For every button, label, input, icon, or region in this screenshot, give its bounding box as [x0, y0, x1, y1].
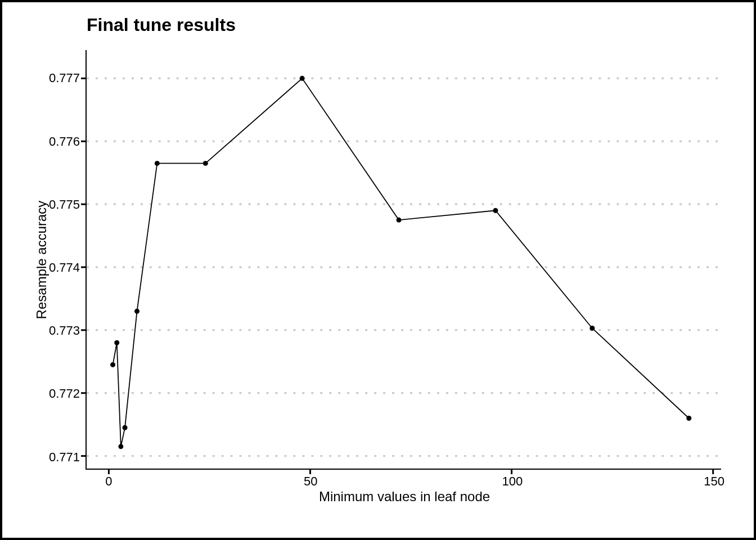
- y-tick-label: 0.775: [46, 197, 80, 212]
- y-tick-label: 0.772: [46, 386, 80, 401]
- data-point: [590, 326, 595, 331]
- data-point: [118, 444, 123, 449]
- y-tick-label: 0.773: [46, 323, 80, 338]
- data-point: [300, 76, 305, 81]
- data-point: [397, 218, 402, 223]
- grid-lines: [87, 78, 721, 456]
- x-tick-label: 100: [502, 474, 523, 489]
- y-tick-label: 0.776: [46, 134, 80, 149]
- y-axis-label-text: Resample accuracy: [34, 201, 50, 320]
- y-tick-label: 0.774: [46, 260, 80, 275]
- x-axis-label: Minimum values in leaf node: [87, 489, 722, 505]
- axis-ticks: [81, 78, 713, 474]
- y-axis-label: Resample accuracy: [33, 50, 50, 470]
- series-line: [113, 78, 689, 446]
- chart-frame: Final tune results Minimum values in lea…: [0, 0, 756, 540]
- data-point: [686, 416, 691, 421]
- plot-svg: [87, 50, 721, 469]
- data-point: [114, 340, 119, 345]
- x-tick-label: 150: [704, 474, 724, 489]
- data-point: [203, 161, 208, 166]
- data-point: [123, 425, 128, 430]
- plot-area: Minimum values in leaf node Resample acc…: [86, 50, 721, 470]
- data-point: [134, 309, 140, 314]
- x-tick-label: 50: [304, 474, 317, 489]
- line-series: [110, 76, 691, 449]
- data-point: [493, 208, 498, 213]
- data-point: [110, 362, 115, 367]
- chart-title: Final tune results: [87, 15, 236, 35]
- x-tick-label: 0: [105, 474, 112, 489]
- y-tick-label: 0.771: [46, 450, 80, 465]
- data-point: [155, 161, 160, 166]
- y-tick-label: 0.777: [46, 71, 80, 86]
